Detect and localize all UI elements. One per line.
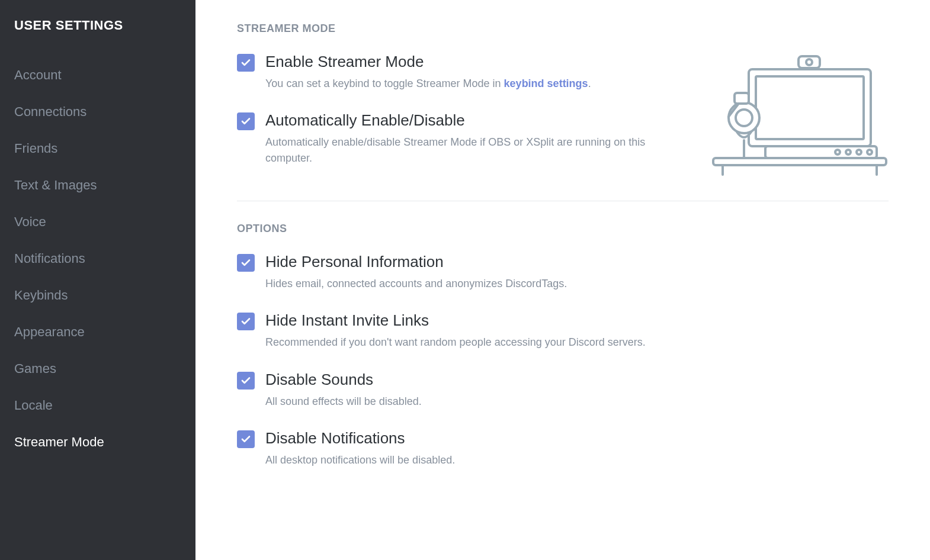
checkbox-auto-enable-disable[interactable] (237, 112, 255, 130)
keybind-settings-link[interactable]: keybind settings (504, 78, 588, 89)
sidebar-item-locale[interactable]: Locale (14, 387, 181, 424)
setting-desc: All desktop notifications will be disabl… (265, 452, 889, 468)
checkbox-disable-sounds[interactable] (237, 372, 255, 390)
svg-rect-17 (735, 93, 749, 104)
checkbox-enable-streamer-mode[interactable] (237, 54, 255, 72)
check-icon (240, 57, 251, 68)
setting-desc: Recommended if you don't want random peo… (265, 334, 889, 350)
section-divider (237, 201, 889, 201)
setting-hide-personal-info: Hide Personal Information Hides email, c… (237, 253, 889, 291)
svg-point-13 (729, 102, 759, 133)
check-icon (240, 116, 251, 127)
check-icon (240, 375, 251, 386)
setting-title: Disable Notifications (265, 429, 889, 448)
setting-title: Enable Streamer Mode (265, 53, 687, 71)
checkbox-hide-invite-links[interactable] (237, 313, 255, 330)
sidebar-item-friends[interactable]: Friends (14, 130, 181, 167)
sidebar-title: USER SETTINGS (14, 18, 181, 33)
sidebar-item-voice[interactable]: Voice (14, 204, 181, 240)
checkbox-disable-notifications[interactable] (237, 430, 255, 448)
main-content: STREAMER MODE Enable Streamer Mode You c… (195, 0, 930, 560)
section-header-options: OPTIONS (237, 223, 889, 235)
sidebar-item-account[interactable]: Account (14, 57, 181, 94)
check-icon (240, 434, 251, 445)
setting-title: Hide Personal Information (265, 253, 889, 271)
check-icon (240, 316, 251, 327)
svg-rect-3 (749, 69, 871, 146)
setting-desc: Automatically enable/disable Streamer Mo… (265, 134, 687, 165)
setting-title: Disable Sounds (265, 371, 889, 389)
check-icon (240, 258, 251, 268)
setting-auto-enable-disable: Automatically Enable/Disable Automatical… (237, 111, 687, 165)
monitor-mic-icon (711, 53, 889, 177)
setting-desc: You can set a keybind to toggle Streamer… (265, 76, 687, 91)
streamer-illustration (711, 53, 889, 179)
setting-desc: Hides email, connected accounts and anon… (265, 276, 889, 291)
section-header-streamer-mode: STREAMER MODE (237, 22, 889, 35)
checkbox-hide-personal-info[interactable] (237, 254, 255, 272)
setting-hide-invite-links: Hide Instant Invite Links Recommended if… (237, 311, 889, 350)
setting-title: Hide Instant Invite Links (265, 311, 889, 330)
sidebar: USER SETTINGS Account Connections Friend… (0, 0, 195, 560)
svg-rect-5 (765, 146, 877, 158)
setting-disable-sounds: Disable Sounds All sound effects will be… (237, 371, 889, 409)
setting-title: Automatically Enable/Disable (265, 111, 687, 130)
desc-text-post: . (588, 78, 591, 89)
desc-text-pre: You can set a keybind to toggle Streamer… (265, 78, 504, 89)
sidebar-item-text-images[interactable]: Text & Images (14, 167, 181, 204)
sidebar-item-connections[interactable]: Connections (14, 94, 181, 130)
setting-enable-streamer-mode: Enable Streamer Mode You can set a keybi… (237, 53, 687, 91)
setting-disable-notifications: Disable Notifications All desktop notifi… (237, 429, 889, 468)
sidebar-item-appearance[interactable]: Appearance (14, 314, 181, 350)
sidebar-item-streamer-mode[interactable]: Streamer Mode (14, 424, 181, 461)
sidebar-item-games[interactable]: Games (14, 350, 181, 387)
sidebar-item-keybinds[interactable]: Keybinds (14, 277, 181, 314)
setting-desc: All sound effects will be disabled. (265, 394, 889, 409)
sidebar-item-notifications[interactable]: Notifications (14, 240, 181, 277)
